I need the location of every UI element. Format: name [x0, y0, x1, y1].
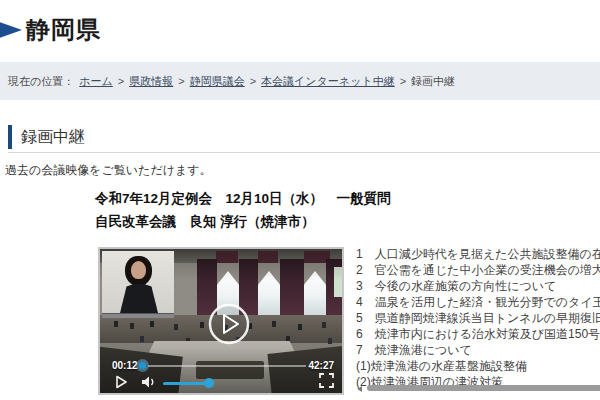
current-time: 00:12	[112, 360, 138, 371]
interpreter-desk	[102, 313, 174, 318]
sign-language-interpreter-pip	[102, 251, 174, 318]
breadcrumb: 現在の位置： ホーム > 県政情報 > 静岡県議会 > 本会議インターネット中継…	[0, 62, 600, 100]
interpreter-face	[131, 261, 146, 279]
site-name: 静岡県	[26, 14, 101, 46]
question-item: 1 人口減少時代を見据えた公共施設整備の在り方について	[356, 246, 600, 262]
interpreter-body	[113, 284, 165, 316]
page-title: 録画中継	[21, 127, 85, 148]
breadcrumb-separator: >	[178, 75, 184, 87]
video-player[interactable]: 00:12 42:27	[98, 247, 344, 395]
shizuoka-bird-logo-icon	[0, 15, 24, 45]
volume-slider[interactable]	[163, 382, 209, 385]
breadcrumb-separator: >	[118, 75, 124, 87]
scrollbar-thumb[interactable]	[367, 385, 600, 391]
volume-icon[interactable]	[141, 375, 157, 389]
breadcrumb-link-kengikai[interactable]: 静岡県議会	[190, 74, 245, 89]
breadcrumb-separator: >	[400, 75, 406, 87]
breadcrumb-link-kensei-joho[interactable]: 県政情報	[129, 74, 173, 89]
breadcrumb-current: 録画中継	[411, 74, 455, 89]
question-list: 1 人口減少時代を見据えた公共施設整備の在り方について 2 官公需を通じた中小企…	[356, 246, 600, 388]
duration-time: 42:27	[308, 360, 334, 371]
breadcrumb-prefix: 現在の位置：	[8, 74, 74, 89]
volume-handle[interactable]	[204, 378, 214, 388]
scrollbar-left-arrow-icon[interactable]	[357, 386, 362, 392]
session-meeting: 令和7年12月定例会 12月10日（水） 一般質問	[95, 187, 391, 210]
page-title-block: 録画中継	[8, 124, 600, 153]
question-item: 7 焼津漁港について	[356, 342, 600, 358]
question-item: 2 官公需を通じた中小企業の受注機会の増大について	[356, 262, 600, 278]
play-icon[interactable]	[115, 375, 128, 389]
session-heading: 令和7年12月定例会 12月10日（水） 一般質問 自民改革会議 良知 淳行（焼…	[95, 187, 391, 233]
breadcrumb-separator: >	[250, 75, 256, 87]
question-subitem: (1)焼津漁港の水産基盤施設整備	[356, 358, 600, 374]
session-speaker: 自民改革会議 良知 淳行（焼津市）	[95, 210, 391, 233]
question-item: 5 県道静岡焼津線浜当目トンネルの早期復旧に向けた対応方針について	[356, 310, 600, 326]
question-list-scrollbar[interactable]	[356, 385, 600, 393]
breadcrumb-link-home[interactable]: ホーム	[79, 74, 113, 89]
question-item: 4 温泉を活用した経済・観光分野でのタイ王国との連携について	[356, 294, 600, 310]
site-header: 静岡県	[0, 0, 600, 62]
question-item: 6 焼津市内における治水対策及び国道150号の冠水への対応について	[356, 326, 600, 342]
seek-bar[interactable]	[148, 365, 306, 367]
question-item: 3 今後の水産施策の方向性について	[356, 278, 600, 294]
fullscreen-icon[interactable]	[319, 373, 334, 388]
title-accent-bar	[8, 125, 12, 149]
seek-handle[interactable]	[136, 359, 149, 372]
play-circle-icon[interactable]	[207, 302, 251, 346]
breadcrumb-link-internet-chukei[interactable]: 本会議インターネット中継	[261, 74, 395, 89]
page-lead-text: 過去の会議映像をご覧いただけます。	[5, 162, 212, 179]
